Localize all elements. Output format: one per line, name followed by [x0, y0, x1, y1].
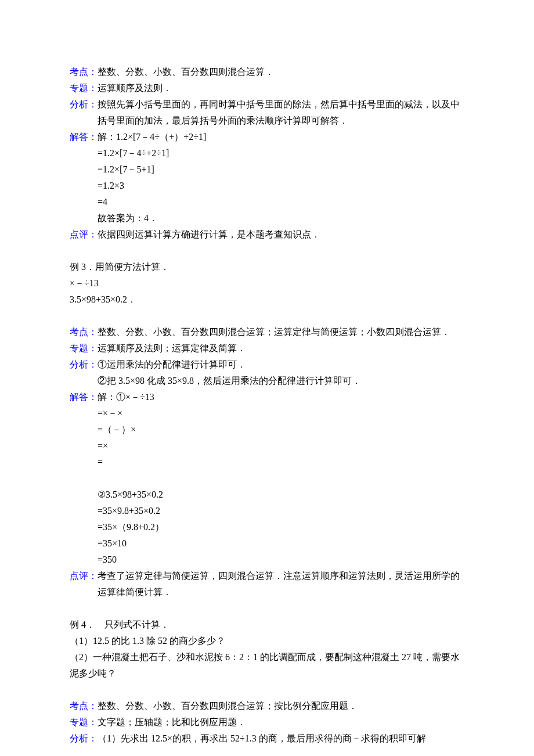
jieda-line-7: =35×9.8+35×0.2 — [70, 503, 464, 519]
s3-question-2: （2）一种混凝土把石子、沙和水泥按 6：2：1 的比调配而成，要配制这种混凝土 … — [70, 649, 464, 682]
fenxi-text: 按照先算小括号里面的，再同时算中括号里面的除法，然后算中括号里面的减法，以及中括… — [98, 96, 464, 129]
fenxi-text: （1）先求出 12.5×的积，再求出 52÷1.3 的商，最后用求得的商－求得的… — [98, 730, 464, 747]
zhuanti-text: 运算顺序及法则． — [98, 80, 464, 96]
s2-dianping-row: 点评： 考查了运算定律与简便运算，四则混合运算．注意运算顺序和运算法则，灵活运用… — [70, 568, 464, 600]
spacer — [70, 682, 464, 698]
zhuanti-label: 专题： — [70, 340, 98, 357]
jieda-line-5: = — [70, 454, 464, 470]
spacer — [70, 243, 464, 259]
s2-jieda-row: 解答： 解：①×－÷13 — [70, 389, 464, 405]
dianping-text: 考查了运算定律与简便运算，四则混合运算．注意运算顺序和运算法则，灵活运用所学的运… — [98, 568, 464, 600]
kaodian-text: 整数、分数、小数、百分数四则混合运算；运算定律与简便运算；小数四则混合运算． — [98, 324, 464, 340]
dianping-text: 依据四则运算计算方确进行计算，是本题考查知识点． — [98, 226, 464, 243]
jieda-line-4: =× — [70, 438, 464, 454]
zhuanti-label: 专题： — [70, 80, 98, 96]
jieda-line-2: =×－× — [70, 405, 464, 422]
zhuanti-text: 运算顺序及法则；运算定律及简算． — [98, 340, 464, 357]
kaodian-label: 考点： — [70, 64, 98, 80]
jieda-line-6: 故答案为：4． — [70, 210, 464, 226]
fenxi-label: 分析： — [70, 357, 98, 373]
s1-fenxi-row: 分析： 按照先算小括号里面的，再同时算中括号里面的除法，然后算中括号里面的减法，… — [70, 96, 464, 129]
s3-kaodian-row: 考点： 整数、分数、小数、百分数四则混合运算；按比例分配应用题． — [70, 698, 464, 714]
s2-problem-2: 3.5×98+35×0.2． — [70, 291, 464, 308]
jieda-line-6: ②3.5×98+35×0.2 — [70, 487, 464, 503]
jieda-label: 解答： — [70, 129, 98, 145]
jieda-line-1: 解：①×－÷13 — [98, 389, 464, 405]
s2-kaodian-row: 考点： 整数、分数、小数、百分数四则混合运算；运算定律与简便运算；小数四则混合运… — [70, 324, 464, 340]
zhuanti-text: 文字题；压轴题；比和比例应用题． — [98, 714, 464, 730]
kaodian-text: 整数、分数、小数、百分数四则混合运算；按比例分配应用题． — [98, 698, 464, 714]
jieda-line-9: =35×10 — [70, 535, 464, 552]
kaodian-label: 考点： — [70, 698, 98, 714]
s2-fenxi-row: 分析： ①运用乘法的分配律进行计算即可． — [70, 357, 464, 373]
jieda-line-3: =（－）× — [70, 422, 464, 438]
jieda-line-2: =1.2×[7－4÷+2÷1] — [70, 145, 464, 161]
s3-zhuanti-row: 专题： 文字题；压轴题；比和比例应用题． — [70, 714, 464, 730]
jieda-line-10: =350 — [70, 552, 464, 568]
s3-question-1: （1）12.5 的比 1.3 除 52 的商少多少？ — [70, 633, 464, 649]
example-4-title: 例 4． 只列式不计算． — [70, 617, 464, 633]
fenxi-line-1: ①运用乘法的分配律进行计算即可． — [98, 357, 464, 373]
page: 考点： 整数、分数、小数、百分数四则混合运算． 专题： 运算顺序及法则． 分析：… — [0, 0, 534, 756]
example-3-title: 例 3．用简便方法计算． — [70, 259, 464, 275]
jieda-line-3: =1.2×[7－5+1] — [70, 161, 464, 178]
jieda-label: 解答： — [70, 389, 98, 405]
s2-zhuanti-row: 专题： 运算顺序及法则；运算定律及简算． — [70, 340, 464, 357]
spacer — [70, 470, 464, 487]
fenxi-line-2: ②把 3.5×98 化成 35×9.8，然后运用乘法的分配律进行计算即可． — [70, 373, 464, 389]
dianping-label: 点评： — [70, 568, 98, 584]
kaodian-label: 考点： — [70, 324, 98, 340]
jieda-line-1: 解：1.2×[7－4÷（+）+2÷1] — [98, 129, 464, 145]
fenxi-label: 分析： — [70, 730, 98, 747]
dianping-label: 点评： — [70, 226, 98, 243]
s1-jieda-row: 解答： 解：1.2×[7－4÷（+）+2÷1] — [70, 129, 464, 145]
spacer — [70, 308, 464, 324]
jieda-line-8: =35×（9.8+0.2） — [70, 519, 464, 535]
jieda-line-4: =1.2×3 — [70, 178, 464, 194]
zhuanti-label: 专题： — [70, 714, 98, 730]
spacer — [70, 600, 464, 617]
s1-dianping-row: 点评： 依据四则运算计算方确进行计算，是本题考查知识点． — [70, 226, 464, 243]
s2-problem-1: ×－÷13 — [70, 275, 464, 291]
kaodian-text: 整数、分数、小数、百分数四则混合运算． — [98, 64, 464, 80]
s1-kaodian-row: 考点： 整数、分数、小数、百分数四则混合运算． — [70, 64, 464, 80]
jieda-line-5: =4 — [70, 194, 464, 210]
fenxi-label: 分析： — [70, 96, 98, 113]
s3-fenxi-row: 分析： （1）先求出 12.5×的积，再求出 52÷1.3 的商，最后用求得的商… — [70, 730, 464, 747]
s1-zhuanti-row: 专题： 运算顺序及法则． — [70, 80, 464, 96]
